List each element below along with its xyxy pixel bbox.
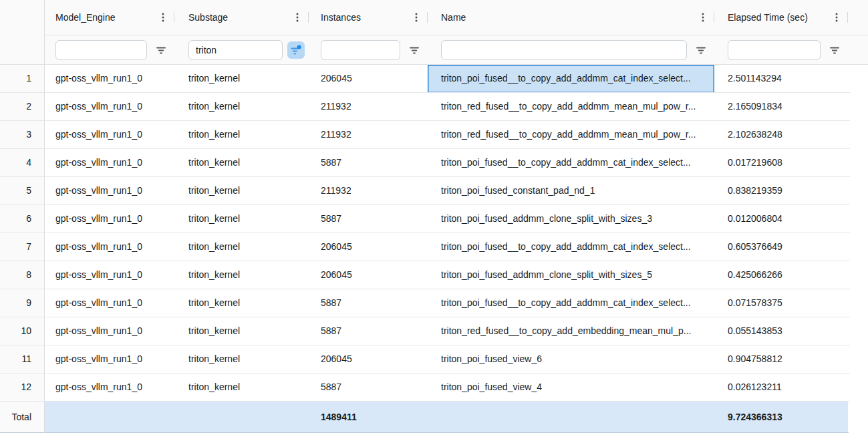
filter-button[interactable] xyxy=(152,41,170,59)
column-header-substage[interactable]: Substage xyxy=(174,0,309,35)
cell-name[interactable]: triton_red_fused__to_copy_add_addmm_mean… xyxy=(428,93,714,121)
filter-cell-name xyxy=(428,35,714,64)
cell-model-engine[interactable]: gpt-oss_vllm_run1_0 xyxy=(44,345,174,374)
cell-elapsed-time[interactable]: 0.904758812 xyxy=(714,345,848,374)
cell-name-selected[interactable]: triton_poi_fused__to_copy_add_addmm_cat_… xyxy=(428,65,714,93)
filter-button[interactable] xyxy=(692,41,710,59)
cell-instances[interactable]: 5887 xyxy=(309,317,428,345)
column-header-label: Model_Engine xyxy=(55,12,116,23)
cell-elapsed-time[interactable]: 0.055143853 xyxy=(714,317,848,345)
cell-instances[interactable]: 206045 xyxy=(309,233,428,261)
cell-substage[interactable]: triton_kernel xyxy=(174,65,309,93)
cell-name[interactable]: triton_poi_fused_addmm_clone_split_with_… xyxy=(428,261,714,289)
data-table: Model_Engine Substage Instances Name Ela xyxy=(0,0,868,433)
funnel-icon xyxy=(829,45,840,55)
cell-elapsed-time[interactable]: 2.102638248 xyxy=(714,121,848,149)
table-row: 8gpt-oss_vllm_run1_0triton_kernel206045t… xyxy=(0,261,868,289)
column-menu-button[interactable] xyxy=(834,11,839,24)
filter-row xyxy=(0,35,868,65)
cell-model-engine[interactable]: gpt-oss_vllm_run1_0 xyxy=(44,289,174,317)
kebab-menu-icon xyxy=(162,12,164,23)
cell-instances[interactable]: 211932 xyxy=(309,93,428,121)
cell-model-engine[interactable]: gpt-oss_vllm_run1_0 xyxy=(44,317,174,345)
cell-model-engine[interactable]: gpt-oss_vllm_run1_0 xyxy=(44,177,174,205)
active-filter-button[interactable] xyxy=(287,41,305,59)
column-menu-button[interactable] xyxy=(700,11,706,24)
cell-model-engine[interactable]: gpt-oss_vllm_run1_0 xyxy=(44,205,174,233)
total-name xyxy=(428,402,714,433)
name-filter-input[interactable] xyxy=(441,40,687,60)
substage-filter-input[interactable] xyxy=(188,40,283,60)
row-number: 7 xyxy=(0,233,44,261)
cell-substage[interactable]: triton_kernel xyxy=(174,233,309,261)
row-number: 4 xyxy=(0,149,44,177)
cell-name[interactable]: triton_poi_fused_addmm_clone_split_with_… xyxy=(428,205,714,233)
cell-instances[interactable]: 206045 xyxy=(309,261,428,289)
cell-model-engine[interactable]: gpt-oss_vllm_run1_0 xyxy=(44,149,174,177)
cell-elapsed-time[interactable]: 0.017219608 xyxy=(714,149,848,177)
column-header-model-engine[interactable]: Model_Engine xyxy=(44,0,174,35)
elapsed-time-filter-input[interactable] xyxy=(728,40,821,60)
cell-instances[interactable]: 206045 xyxy=(309,65,428,93)
column-divider xyxy=(847,12,848,23)
column-menu-button[interactable] xyxy=(295,11,300,24)
instances-filter-input[interactable] xyxy=(321,40,400,60)
cell-name[interactable]: triton_red_fused__to_copy_add_embedding_… xyxy=(428,317,714,345)
cell-elapsed-time[interactable]: 2.501143294 xyxy=(714,65,848,93)
table-row: 9gpt-oss_vllm_run1_0triton_kernel5887tri… xyxy=(0,289,868,317)
cell-elapsed-time[interactable]: 2.165091834 xyxy=(714,93,848,121)
cell-instances[interactable]: 5887 xyxy=(309,149,428,177)
model-engine-filter-input[interactable] xyxy=(55,40,147,60)
cell-elapsed-time[interactable]: 0.012006804 xyxy=(714,205,848,233)
cell-elapsed-time[interactable]: 0.071578375 xyxy=(714,289,848,317)
cell-name[interactable]: triton_poi_fused_view_6 xyxy=(428,345,714,374)
column-header-label: Name xyxy=(441,12,466,23)
cell-name[interactable]: triton_poi_fused_constant_pad_nd_1 xyxy=(428,177,714,205)
cell-instances[interactable]: 5887 xyxy=(309,374,428,402)
cell-substage[interactable]: triton_kernel xyxy=(174,205,309,233)
column-header-elapsed-time[interactable]: Elapsed Time (sec) xyxy=(714,0,848,35)
table-row: 5gpt-oss_vllm_run1_0triton_kernel211932t… xyxy=(0,177,868,205)
cell-elapsed-time[interactable]: 0.838219359 xyxy=(714,177,848,205)
cell-substage[interactable]: triton_kernel xyxy=(174,121,309,149)
cell-substage[interactable]: triton_kernel xyxy=(174,177,309,205)
column-menu-button[interactable] xyxy=(160,11,166,24)
funnel-active-icon xyxy=(291,45,301,55)
column-header-name[interactable]: Name xyxy=(428,0,714,35)
cell-substage[interactable]: triton_kernel xyxy=(174,149,309,177)
cell-substage[interactable]: triton_kernel xyxy=(174,261,309,289)
total-elapsed-time: 9.724366313 xyxy=(714,402,848,433)
cell-substage[interactable]: triton_kernel xyxy=(174,317,309,345)
cell-model-engine[interactable]: gpt-oss_vllm_run1_0 xyxy=(44,374,174,402)
cell-substage[interactable]: triton_kernel xyxy=(174,374,309,402)
filter-button[interactable] xyxy=(825,41,844,59)
cell-elapsed-time[interactable]: 0.425066266 xyxy=(714,261,848,289)
cell-model-engine[interactable]: gpt-oss_vllm_run1_0 xyxy=(44,261,174,289)
cell-substage[interactable]: triton_kernel xyxy=(174,345,309,374)
cell-substage[interactable]: triton_kernel xyxy=(174,93,309,121)
table-row: 6gpt-oss_vllm_run1_0triton_kernel5887tri… xyxy=(0,205,868,233)
cell-name[interactable]: triton_red_fused__to_copy_add_addmm_mean… xyxy=(428,121,714,149)
cell-model-engine[interactable]: gpt-oss_vllm_run1_0 xyxy=(44,65,174,93)
cell-instances[interactable]: 206045 xyxy=(309,345,428,374)
cell-substage[interactable]: triton_kernel xyxy=(174,289,309,317)
row-number: 12 xyxy=(0,374,44,402)
cell-elapsed-time[interactable]: 0.605376649 xyxy=(714,233,848,261)
cell-name[interactable]: triton_poi_fused__to_copy_add_addmm_cat_… xyxy=(428,289,714,317)
cell-name[interactable]: triton_poi_fused__to_copy_add_addmm_cat_… xyxy=(428,233,714,261)
cell-instances[interactable]: 211932 xyxy=(309,121,428,149)
row-number: 8 xyxy=(0,261,44,289)
cell-model-engine[interactable]: gpt-oss_vllm_run1_0 xyxy=(44,121,174,149)
filter-button[interactable] xyxy=(405,41,424,59)
cell-model-engine[interactable]: gpt-oss_vllm_run1_0 xyxy=(44,233,174,261)
cell-instances[interactable]: 211932 xyxy=(309,177,428,205)
column-menu-button[interactable] xyxy=(414,11,419,24)
cell-name[interactable]: triton_poi_fused__to_copy_add_addmm_cat_… xyxy=(428,149,714,177)
cell-model-engine[interactable]: gpt-oss_vllm_run1_0 xyxy=(44,93,174,121)
cell-elapsed-time[interactable]: 0.026123211 xyxy=(714,374,848,402)
cell-instances[interactable]: 5887 xyxy=(309,205,428,233)
column-header-instances[interactable]: Instances xyxy=(309,0,428,35)
kebab-menu-icon xyxy=(835,12,838,23)
cell-name[interactable]: triton_poi_fused_view_4 xyxy=(428,374,714,402)
cell-instances[interactable]: 5887 xyxy=(309,289,428,317)
